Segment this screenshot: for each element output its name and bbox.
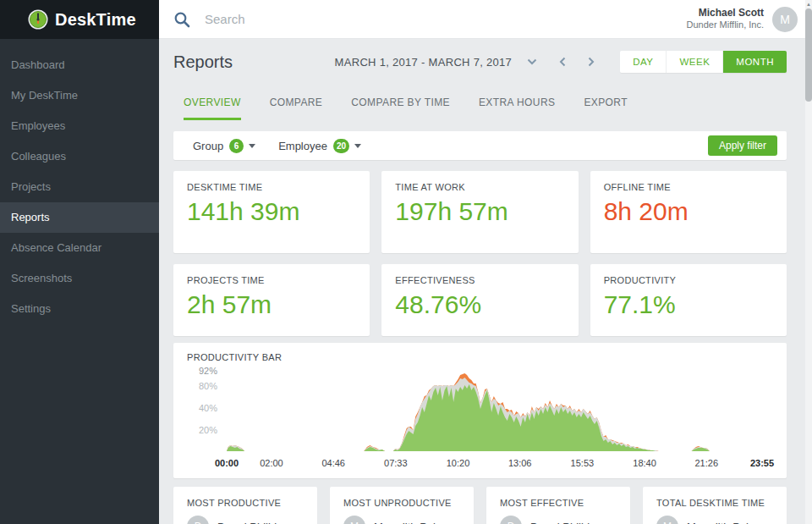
stat-card-productivity: PRODUCTIVITY 77.1% xyxy=(590,264,787,336)
leader-name: Darryl Philbin xyxy=(530,521,595,524)
next-period-button[interactable] xyxy=(583,53,600,70)
sidebar-nav: Dashboard My DeskTime Employees Colleagu… xyxy=(0,39,159,324)
range-day-button[interactable]: DAY xyxy=(620,51,667,73)
leader-name: Meredith Palmer xyxy=(687,521,767,524)
x-axis-tick: 23:55 xyxy=(750,458,774,468)
chevron-right-icon xyxy=(588,57,595,67)
employee-filter-dropdown[interactable]: Employee 20 xyxy=(278,139,361,153)
tab-compare[interactable]: COMPARE xyxy=(270,85,323,120)
stat-label: PROJECTS TIME xyxy=(187,275,356,285)
tab-export[interactable]: EXPORT xyxy=(584,85,628,120)
leader-name: Meredith Palmer xyxy=(374,521,454,524)
sidebar-item-absence-calendar[interactable]: Absence Calendar xyxy=(0,233,159,263)
desktime-clock-icon xyxy=(28,9,48,30)
filter-bar: Group 6 Employee 20 Apply filter xyxy=(173,131,787,160)
stat-card-time-at-work: TIME AT WORK 197h 57m xyxy=(381,171,578,253)
tab-compare-by-time[interactable]: COMPARE BY TIME xyxy=(351,85,450,120)
y-axis-label: 20% xyxy=(173,425,217,435)
y-axis-label: 80% xyxy=(173,381,217,391)
stat-value: 48.76% xyxy=(395,290,564,319)
stat-card-projects-time: PROJECTS TIME 2h 57m xyxy=(173,264,370,336)
scrollbar-thumb[interactable] xyxy=(805,8,812,102)
range-toggle-group: DAY WEEK MONTH xyxy=(620,51,787,73)
avatar: M xyxy=(656,516,678,524)
stat-label: EFFECTIVENESS xyxy=(395,275,564,285)
chart-x-axis: 00:0002:0004:4607:3310:2013:0615:5318:40… xyxy=(227,458,762,470)
x-axis-tick: 15:53 xyxy=(571,458,595,468)
stat-label: TIME AT WORK xyxy=(395,182,564,192)
tab-extra-hours[interactable]: EXTRA HOURS xyxy=(479,85,555,120)
caret-down-icon xyxy=(249,144,255,148)
leader-row[interactable]: M Meredith Palmer xyxy=(656,516,773,524)
date-nav-arrows xyxy=(554,53,600,70)
stat-value: 77.1% xyxy=(604,290,773,319)
apply-filter-button[interactable]: Apply filter xyxy=(708,135,777,156)
x-axis-tick: 00:00 xyxy=(215,458,239,468)
sidebar-item-reports[interactable]: Reports xyxy=(0,202,159,233)
employee-filter-label: Employee xyxy=(278,140,327,152)
report-tabs: OVERVIEW COMPARE COMPARE BY TIME EXTRA H… xyxy=(173,85,787,120)
stat-value: 2h 57m xyxy=(187,290,356,319)
leader-card-total-desktime-time: TOTAL DESKTIME TIME M Meredith Palmer xyxy=(643,487,787,524)
leader-label: TOTAL DESKTIME TIME xyxy=(656,498,773,508)
brand-name: DeskTime xyxy=(55,10,136,30)
page-title: Reports xyxy=(173,52,233,72)
tab-overview[interactable]: OVERVIEW xyxy=(184,85,241,120)
group-count-badge: 6 xyxy=(229,139,244,153)
y-axis-label: 92% xyxy=(173,366,217,376)
chart-area-svg xyxy=(227,370,762,451)
group-filter-dropdown[interactable]: Group 6 xyxy=(193,139,255,153)
stat-label: DESKTIME TIME xyxy=(187,182,356,192)
chart-title: PRODUCTIVITY BAR xyxy=(187,352,282,362)
stat-value: 141h 39m xyxy=(187,197,356,226)
main-content: Reports MARCH 1, 2017 - MARCH 7, 2017 xyxy=(159,39,805,524)
search-icon[interactable] xyxy=(173,11,190,28)
employee-count-badge: 20 xyxy=(333,139,349,153)
user-block[interactable]: Michael Scott Dunder Mifflin, Inc. xyxy=(686,7,764,31)
vertical-scrollbar[interactable]: ▲ xyxy=(805,0,812,524)
x-axis-tick: 07:33 xyxy=(384,458,408,468)
stat-value: 197h 57m xyxy=(395,197,564,226)
chevron-down-icon xyxy=(527,58,537,65)
date-range[interactable]: MARCH 1, 2017 - MARCH 7, 2017 xyxy=(335,56,513,69)
prev-period-button[interactable] xyxy=(554,53,571,70)
sidebar-item-dashboard[interactable]: Dashboard xyxy=(0,50,159,80)
sidebar-item-my-desktime[interactable]: My DeskTime xyxy=(0,80,159,111)
range-week-button[interactable]: WEEK xyxy=(667,51,723,73)
sidebar-item-screenshots[interactable]: Screenshots xyxy=(0,263,159,294)
chevron-left-icon xyxy=(559,57,566,67)
avatar: D xyxy=(187,516,209,524)
sidebar-item-colleagues[interactable]: Colleagues xyxy=(0,141,159,172)
sidebar: DeskTime Dashboard My DeskTime Employees… xyxy=(0,0,159,524)
group-filter-label: Group xyxy=(193,140,223,152)
search-input[interactable] xyxy=(205,12,686,26)
range-month-button[interactable]: MONTH xyxy=(723,51,787,73)
sidebar-item-projects[interactable]: Projects xyxy=(0,172,159,202)
leader-card-most-productive: MOST PRODUCTIVE D Darryl Philbin xyxy=(173,487,317,524)
x-axis-tick: 18:40 xyxy=(633,458,656,468)
user-avatar[interactable]: M xyxy=(772,7,798,32)
leader-row[interactable]: D Darryl Philbin xyxy=(187,516,304,524)
sidebar-item-employees[interactable]: Employees xyxy=(0,111,159,141)
date-block: MARCH 1, 2017 - MARCH 7, 2017 xyxy=(335,51,787,73)
stat-value: 8h 20m xyxy=(604,197,773,226)
date-dropdown-button[interactable] xyxy=(522,55,542,69)
leader-card-most-effective: MOST EFFECTIVE D Darryl Philbin xyxy=(486,487,630,524)
leader-name: Darryl Philbin xyxy=(217,521,283,524)
sidebar-item-settings[interactable]: Settings xyxy=(0,294,159,324)
leader-row[interactable]: M Meredith Palmer xyxy=(343,516,460,524)
x-axis-tick: 21:26 xyxy=(695,458,719,468)
reports-header: Reports MARCH 1, 2017 - MARCH 7, 2017 xyxy=(173,39,787,85)
x-axis-tick: 10:20 xyxy=(447,458,470,468)
leader-row[interactable]: D Darryl Philbin xyxy=(500,516,617,524)
avatar: D xyxy=(500,516,522,524)
leader-card-most-unproductive: MOST UNPRODUCTIVE M Meredith Palmer xyxy=(330,487,474,524)
stat-card-offline-time: OFFLINE TIME 8h 20m xyxy=(590,171,787,253)
scroll-up-arrow-icon[interactable]: ▲ xyxy=(806,2,811,7)
brand-logo[interactable]: DeskTime xyxy=(0,0,159,39)
caret-down-icon xyxy=(354,144,361,148)
leader-label: MOST EFFECTIVE xyxy=(500,498,617,508)
x-axis-tick: 13:06 xyxy=(508,458,532,468)
stat-card-effectiveness: EFFECTIVENESS 48.76% xyxy=(381,264,578,336)
leader-label: MOST PRODUCTIVE xyxy=(187,498,304,508)
